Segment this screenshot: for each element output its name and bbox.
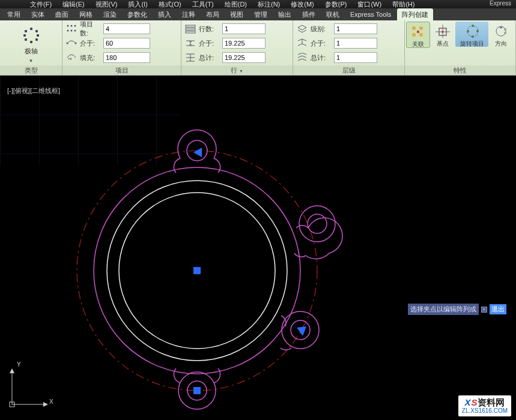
top-direction-grip[interactable] <box>193 148 202 157</box>
svg-point-1 <box>71 25 73 27</box>
bottom-grip[interactable] <box>193 387 201 394</box>
tab-solid[interactable]: 实体 <box>26 8 49 21</box>
svg-marker-49 <box>43 402 48 407</box>
tab-online[interactable]: 联机 <box>321 8 344 21</box>
associate-icon <box>409 23 427 40</box>
array-drawing[interactable] <box>77 130 342 409</box>
level-between-input[interactable] <box>334 38 377 49</box>
prop-basepoint-label: 基点 <box>437 40 449 47</box>
svg-point-32 <box>504 28 506 31</box>
basepoint-icon <box>434 23 452 40</box>
panel-label-rows: 行 ▼ <box>181 65 293 75</box>
svg-point-28 <box>476 30 479 32</box>
center-grip[interactable] <box>193 267 201 274</box>
panel-label-level: 层级 <box>293 65 404 75</box>
tab-render[interactable]: 渲染 <box>99 8 121 21</box>
level-between-icon <box>296 38 309 49</box>
svg-rect-21 <box>417 31 419 33</box>
items-fill-input[interactable] <box>103 52 150 63</box>
ribbon-tabs: 常用 实体 曲面 网格 渲染 参数化 插入 注释 布局 视图 管理 输出 插件 … <box>0 8 516 20</box>
prop-basepoint-button[interactable]: 基点 <box>431 22 455 47</box>
watermark: XS 资料网 ZL.XS1616.COM <box>458 395 511 417</box>
level-between-label: 介于: <box>311 39 332 48</box>
tab-insert[interactable]: 插入 <box>153 8 176 21</box>
drawing-canvas[interactable] <box>0 76 516 420</box>
tab-express[interactable]: Express Tools <box>345 9 396 20</box>
tab-array-create[interactable]: 阵列创建 <box>397 8 433 21</box>
svg-point-17 <box>412 26 416 30</box>
svg-point-30 <box>467 30 469 32</box>
prop-rotateitems-label: 旋转项目 <box>460 40 484 47</box>
prop-direction-button[interactable]: 方向 <box>489 22 513 47</box>
prop-associate-button[interactable]: 关联 <box>406 22 430 48</box>
menu-help[interactable]: 帮助(H) <box>392 0 414 8</box>
svg-point-4 <box>71 30 73 32</box>
prop-associate-label: 关联 <box>412 41 424 47</box>
prop-rotateitems-button[interactable]: 旋转项目 <box>455 22 488 47</box>
tab-common[interactable]: 常用 <box>2 8 25 21</box>
rows-count-input[interactable] <box>222 23 266 34</box>
items-count-input[interactable] <box>103 23 150 34</box>
app-right-text: Express <box>490 0 511 7</box>
items-count-label: 项目数: <box>80 20 102 38</box>
tab-manage[interactable]: 管理 <box>249 8 272 21</box>
level-count-icon <box>296 23 309 34</box>
menu-dimension[interactable]: 标注(N) <box>258 0 280 8</box>
menu-bar: 文件(F) 编辑(E) 视图(V) 插入(I) 格式(O) 工具(T) 绘图(D… <box>0 0 516 8</box>
svg-point-3 <box>67 30 69 32</box>
menu-modify[interactable]: 修改(M) <box>291 0 314 8</box>
rows-total-label: 总计: <box>199 53 220 62</box>
svg-point-2 <box>74 25 76 27</box>
drawing-area[interactable]: [-][俯视][二维线框] <box>0 76 516 420</box>
tab-parametric[interactable]: 参数化 <box>123 8 152 21</box>
tab-plugins[interactable]: 插件 <box>297 8 320 21</box>
tab-surface[interactable]: 曲面 <box>50 8 73 21</box>
items-count-icon <box>65 23 78 34</box>
level-count-input[interactable] <box>334 23 377 34</box>
panel-properties: 关联 基点 旋转项目 方向 特性 <box>405 20 516 75</box>
ucs-y-label: Y <box>17 361 21 368</box>
rows-total-input[interactable] <box>222 52 266 63</box>
svg-point-18 <box>419 26 423 30</box>
polar-label: 极轴 <box>25 47 38 56</box>
menu-window[interactable]: 窗口(W) <box>357 0 381 8</box>
menu-draw[interactable]: 绘图(D) <box>225 0 247 8</box>
svg-point-19 <box>412 33 416 37</box>
panel-label-type: 类型 <box>0 65 62 75</box>
panel-rows: 行数: 介于: 总计: 行 ▼ <box>181 20 293 75</box>
menu-edit[interactable]: 编辑(E) <box>62 0 85 8</box>
rows-between-input[interactable] <box>222 38 266 49</box>
rows-between-icon <box>184 38 197 49</box>
tab-mesh[interactable]: 网格 <box>74 8 97 21</box>
svg-point-20 <box>419 33 423 37</box>
ucs-icon: Y X <box>6 362 54 412</box>
svg-point-0 <box>67 25 69 27</box>
svg-point-25 <box>442 31 444 33</box>
menu-file[interactable]: 文件(F) <box>30 0 52 8</box>
menu-insert[interactable]: 插入(I) <box>128 0 147 8</box>
right-direction-grip[interactable] <box>297 326 306 336</box>
rows-count-label: 行数: <box>199 25 220 34</box>
rows-total-icon <box>184 52 197 63</box>
svg-point-5 <box>74 30 76 32</box>
tab-annotate[interactable]: 注释 <box>177 8 200 21</box>
menu-format[interactable]: 格式(O) <box>159 0 181 8</box>
items-between-input[interactable] <box>103 38 150 49</box>
polar-array-button[interactable]: 极轴 ▼ <box>0 20 62 65</box>
menu-param[interactable]: 参数(P) <box>325 0 347 8</box>
exit-button[interactable]: 退出 <box>490 304 506 314</box>
watermark-url: ZL.XS1616.COM <box>462 407 508 414</box>
level-total-input[interactable] <box>334 52 377 63</box>
panel-label-props: 特性 <box>405 65 515 75</box>
prompt-options-icon[interactable]: ▾ <box>481 307 487 313</box>
tab-layout[interactable]: 布局 <box>201 8 224 21</box>
menu-view[interactable]: 视图(V) <box>96 0 118 8</box>
prop-direction-label: 方向 <box>495 40 507 47</box>
items-fill-icon <box>65 52 78 63</box>
tab-output[interactable]: 输出 <box>273 8 296 21</box>
svg-point-6 <box>67 43 68 44</box>
menu-tools[interactable]: 工具(T) <box>192 0 214 8</box>
level-total-icon <box>296 52 309 63</box>
prompt-text: 选择夹点以编辑阵列或 <box>408 304 479 315</box>
tab-view[interactable]: 视图 <box>225 8 248 21</box>
